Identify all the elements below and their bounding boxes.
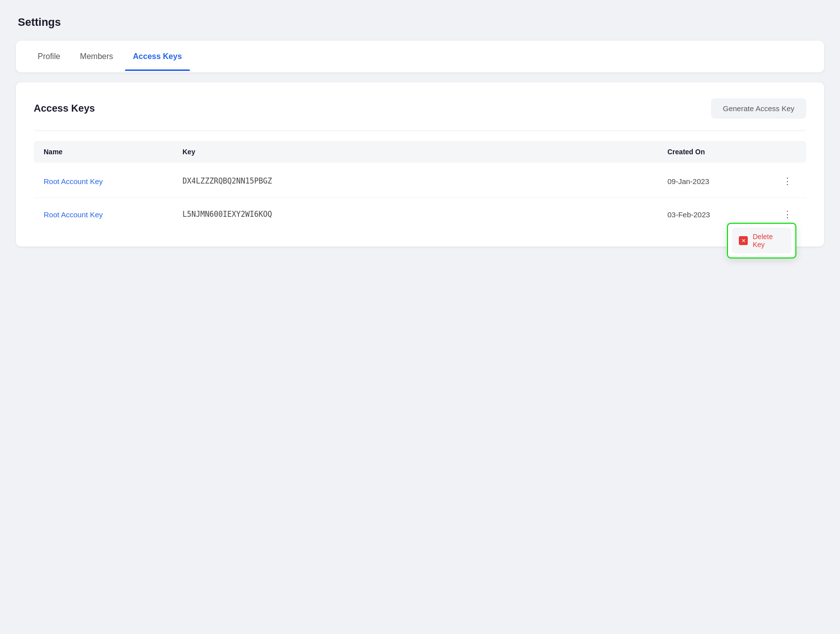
access-keys-title: Access Keys	[34, 103, 95, 114]
access-keys-table: Name Key Created On Root Account Key DX4…	[34, 141, 806, 231]
header-actions	[767, 148, 796, 156]
tab-access-keys[interactable]: Access Keys	[125, 42, 190, 71]
row-2-menu-button[interactable]: ⋮	[779, 207, 796, 222]
delete-key-label: Delete Key	[753, 233, 784, 249]
header-created-on: Created On	[667, 148, 767, 156]
row-2-key: L5NJMN600IEXY2WI6KOQ	[182, 210, 667, 219]
page-title: Settings	[16, 16, 824, 29]
row-1-name[interactable]: Root Account Key	[44, 177, 182, 186]
divider	[34, 130, 806, 131]
delete-key-button[interactable]: ✕ Delete Key	[732, 228, 791, 254]
row-1-actions: ⋮	[767, 174, 796, 189]
table-row: Root Account Key L5NJMN600IEXY2WI6KOQ 03…	[34, 198, 806, 231]
main-card: Access Keys Generate Access Key Name Key…	[16, 82, 824, 247]
card-header: Access Keys Generate Access Key	[34, 98, 806, 119]
row-2-name[interactable]: Root Account Key	[44, 210, 182, 219]
header-name: Name	[44, 148, 182, 156]
table-row: Root Account Key DX4LZZZRQBQ2NN15PBGZ 09…	[34, 165, 806, 198]
tab-profile[interactable]: Profile	[30, 42, 68, 71]
row-2-dropdown-menu: ✕ Delete Key	[727, 223, 796, 258]
row-1-key: DX4LZZZRQBQ2NN15PBGZ	[182, 177, 667, 186]
trash-icon: ✕	[739, 236, 748, 245]
row-2-date: 03-Feb-2023	[667, 210, 767, 219]
table-header-row: Name Key Created On	[34, 141, 806, 163]
header-key: Key	[182, 148, 667, 156]
row-2-actions: ⋮ ✕ Delete Key	[767, 207, 796, 222]
row-1-menu-button[interactable]: ⋮	[779, 174, 796, 189]
tab-members[interactable]: Members	[72, 42, 121, 71]
tabs-container: Profile Members Access Keys	[16, 41, 824, 72]
row-1-date: 09-Jan-2023	[667, 177, 767, 186]
generate-access-key-button[interactable]: Generate Access Key	[711, 98, 806, 119]
